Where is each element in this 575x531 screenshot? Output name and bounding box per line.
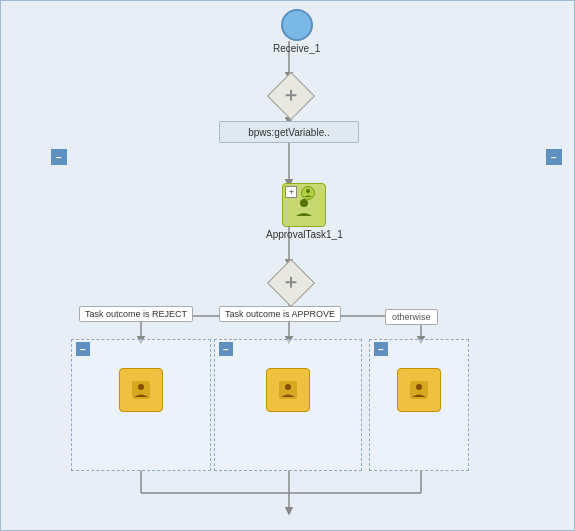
reject-task-node[interactable] xyxy=(119,368,163,412)
minus-icon-otherwise: − xyxy=(378,344,384,355)
receive-node[interactable]: Receive_1 xyxy=(273,9,320,54)
minus-icon: − xyxy=(56,152,62,163)
otherwise-task-node[interactable] xyxy=(397,368,441,412)
reject-condition-label: Task outcome is REJECT xyxy=(79,306,193,322)
receive-node-label: Receive_1 xyxy=(273,43,320,54)
gateway1-container: ✕ xyxy=(271,76,311,116)
reject-branch: − xyxy=(71,339,211,471)
expand-button[interactable]: + xyxy=(285,186,297,198)
svg-point-19 xyxy=(138,384,144,390)
svg-point-23 xyxy=(416,384,422,390)
approval-task-label: ApprovalTask1_1 xyxy=(266,229,343,240)
otherwise-branch: − xyxy=(369,339,469,471)
left-collapse-button[interactable]: − xyxy=(51,149,67,165)
workflow-canvas: − − Receive_1 ✕ bpws:getVariable.. + xyxy=(0,0,575,531)
approve-branch-collapse[interactable]: − xyxy=(219,342,233,356)
bpws-label: bpws:getVariable.. xyxy=(248,127,330,138)
gateway1-wrapper[interactable]: ✕ xyxy=(271,76,311,116)
otherwise-condition-label: otherwise xyxy=(385,309,438,325)
bpws-node[interactable]: bpws:getVariable.. xyxy=(219,121,359,143)
gateway2-shape[interactable]: ✕ xyxy=(267,259,315,307)
otherwise-branch-collapse[interactable]: − xyxy=(374,342,388,356)
receive-node-shape[interactable] xyxy=(281,9,313,41)
gateway1-shape[interactable]: ✕ xyxy=(267,72,315,120)
gateway2-wrapper[interactable]: ✕ xyxy=(271,263,311,303)
approval-task-node[interactable]: + ApprovalTask1_1 xyxy=(266,183,343,240)
approve-branch: − xyxy=(214,339,362,471)
reject-branch-collapse[interactable]: − xyxy=(76,342,90,356)
svg-point-17 xyxy=(300,199,308,207)
gateway2-icon: ✕ xyxy=(282,274,300,292)
svg-point-21 xyxy=(285,384,291,390)
gateway2-container: ✕ xyxy=(271,263,311,303)
approve-task-node[interactable] xyxy=(266,368,310,412)
right-collapse-button[interactable]: − xyxy=(546,149,562,165)
approve-condition-label: Task outcome is APPROVE xyxy=(219,306,341,322)
task-badge xyxy=(301,186,315,200)
minus-icon-approve: − xyxy=(223,344,229,355)
gateway1-icon: ✕ xyxy=(282,87,300,105)
minus-icon-right: − xyxy=(551,152,557,163)
minus-icon-reject: − xyxy=(80,344,86,355)
approval-task-shape[interactable]: + xyxy=(282,183,326,227)
svg-point-16 xyxy=(306,189,310,193)
